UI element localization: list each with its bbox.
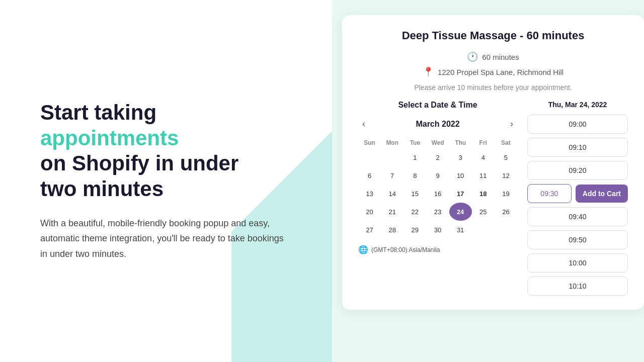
calendar-day[interactable]: 9 xyxy=(426,166,449,185)
time-slot-with-cart: 09:30Add to Cart xyxy=(527,184,628,203)
time-slot-button[interactable]: 09:30 xyxy=(527,184,572,203)
hero-title-end: on Shopify in undertwo minutes xyxy=(40,151,238,200)
hero-content: Start taking appointments on Shopify in … xyxy=(40,100,292,261)
left-panel: Start taking appointments on Shopify in … xyxy=(0,0,332,362)
calendar-day[interactable]: 22 xyxy=(404,203,426,221)
calendar-week-row: 6789101112 xyxy=(358,166,517,185)
card-title: Deep Tissue Massage - 60 minutes xyxy=(358,29,628,42)
section-label: Select a Date & Time xyxy=(358,101,517,110)
calendar-day[interactable]: 1 xyxy=(404,148,426,166)
calendar-day[interactable]: 24 xyxy=(449,203,472,221)
time-slot-button[interactable]: 09:50 xyxy=(527,230,628,249)
hero-subtitle: With a beautiful, mobile-friendly bookin… xyxy=(40,216,292,262)
cal-day-header: Tue xyxy=(404,137,426,148)
next-month-button[interactable]: › xyxy=(506,117,517,131)
cal-day-header: Sat xyxy=(495,137,517,148)
calendar-day[interactable]: 21 xyxy=(381,203,404,221)
booking-card: Deep Tissue Massage - 60 minutes 🕐 60 mi… xyxy=(342,15,644,310)
time-slot-button[interactable]: 09:00 xyxy=(527,115,628,134)
duration-row: 🕐 60 minutes xyxy=(467,51,519,62)
times-section: Thu, Mar 24, 2022 09:0009:1009:2009:30Ad… xyxy=(527,101,628,296)
cal-day-header: Sun xyxy=(358,137,381,148)
calendar-day xyxy=(472,221,495,239)
calendar-week-row: 2728293031 xyxy=(358,221,517,239)
calendar-day[interactable]: 15 xyxy=(404,185,426,203)
calendar-week-row: 12345 xyxy=(358,148,517,166)
calendar-day[interactable]: 19 xyxy=(495,185,517,203)
time-slot-button[interactable]: 09:40 xyxy=(527,207,628,226)
calendar-header: ‹ March 2022 › xyxy=(358,117,517,131)
card-meta: 🕐 60 minutes 📍 1220 Propel Spa Lane, Ric… xyxy=(358,51,628,77)
calendar-day[interactable]: 3 xyxy=(449,148,472,166)
calendar-header-row: SunMonTueWedThuFriSat xyxy=(358,137,517,148)
globe-icon: 🌐 xyxy=(358,245,368,254)
calendar-day[interactable]: 16 xyxy=(426,185,449,203)
calendar-day[interactable]: 7 xyxy=(381,166,404,185)
calendar-day[interactable]: 23 xyxy=(426,203,449,221)
prev-month-button[interactable]: ‹ xyxy=(358,117,369,131)
calendar-day xyxy=(381,148,404,166)
location-text: 1220 Propel Spa Lane, Richmond Hill xyxy=(438,68,564,76)
hero-title-highlight: appointments xyxy=(40,126,179,150)
clock-icon: 🕐 xyxy=(467,51,478,62)
calendar-day[interactable]: 30 xyxy=(426,221,449,239)
hero-title: Start taking appointments on Shopify in … xyxy=(40,100,292,202)
time-slot-button[interactable]: 10:00 xyxy=(527,253,628,273)
calendar-day[interactable]: 18 xyxy=(472,185,495,203)
booking-body: Select a Date & Time ‹ March 2022 › SunM… xyxy=(358,101,628,296)
calendar-day[interactable]: 11 xyxy=(472,166,495,185)
calendar-day[interactable]: 20 xyxy=(358,203,381,221)
time-slot-button[interactable]: 09:20 xyxy=(527,161,628,180)
calendar-day[interactable]: 10 xyxy=(449,166,472,185)
cal-day-header: Wed xyxy=(426,137,449,148)
calendar-day[interactable]: 13 xyxy=(358,185,381,203)
arrive-note: Please arrive 10 minutes before your app… xyxy=(358,83,628,92)
calendar-day[interactable]: 5 xyxy=(495,148,517,166)
calendar-day[interactable]: 2 xyxy=(426,148,449,166)
calendar-day xyxy=(358,148,381,166)
calendar-day[interactable]: 31 xyxy=(449,221,472,239)
cal-day-header: Mon xyxy=(381,137,404,148)
calendar-day[interactable]: 28 xyxy=(381,221,404,239)
calendar-day[interactable]: 25 xyxy=(472,203,495,221)
calendar-week-row: 13141516171819 xyxy=(358,185,517,203)
calendar-day[interactable]: 29 xyxy=(404,221,426,239)
month-label: March 2022 xyxy=(416,120,459,129)
calendar-day[interactable]: 12 xyxy=(495,166,517,185)
time-slot-button[interactable]: 09:10 xyxy=(527,138,628,157)
calendar-grid: SunMonTueWedThuFriSat 123456789101112131… xyxy=(358,137,517,239)
time-slot-button[interactable]: 10:10 xyxy=(527,277,628,296)
calendar-day[interactable]: 26 xyxy=(495,203,517,221)
add-to-cart-button[interactable]: Add to Cart xyxy=(576,185,628,203)
selected-date-label: Thu, Mar 24, 2022 xyxy=(527,101,628,109)
calendar: ‹ March 2022 › SunMonTueWedThuFriSat 123… xyxy=(358,117,517,239)
location-icon: 📍 xyxy=(423,66,434,77)
hero-title-start: Start taking xyxy=(40,101,156,124)
timezone-text: (GMT+08:00) Asia/Manila xyxy=(371,246,440,253)
calendar-body: 1234567891011121314151617181920212223242… xyxy=(358,148,517,239)
duration-text: 60 minutes xyxy=(482,53,519,61)
calendar-day[interactable]: 14 xyxy=(381,185,404,203)
cal-day-header: Fri xyxy=(472,137,495,148)
location-row: 📍 1220 Propel Spa Lane, Richmond Hill xyxy=(423,66,564,77)
calendar-day[interactable]: 27 xyxy=(358,221,381,239)
cal-day-header: Thu xyxy=(449,137,472,148)
calendar-day[interactable]: 8 xyxy=(404,166,426,185)
right-panel: Deep Tissue Massage - 60 minutes 🕐 60 mi… xyxy=(332,0,644,362)
calendar-day[interactable]: 17 xyxy=(449,185,472,203)
calendar-day xyxy=(495,221,517,239)
calendar-week-row: 20212223242526 xyxy=(358,203,517,221)
calendar-day[interactable]: 4 xyxy=(472,148,495,166)
time-slots-container: 09:0009:1009:2009:30Add to Cart09:4009:5… xyxy=(527,115,628,296)
calendar-day[interactable]: 6 xyxy=(358,166,381,185)
calendar-section: Select a Date & Time ‹ March 2022 › SunM… xyxy=(358,101,517,254)
timezone-row: 🌐 (GMT+08:00) Asia/Manila xyxy=(358,245,517,254)
